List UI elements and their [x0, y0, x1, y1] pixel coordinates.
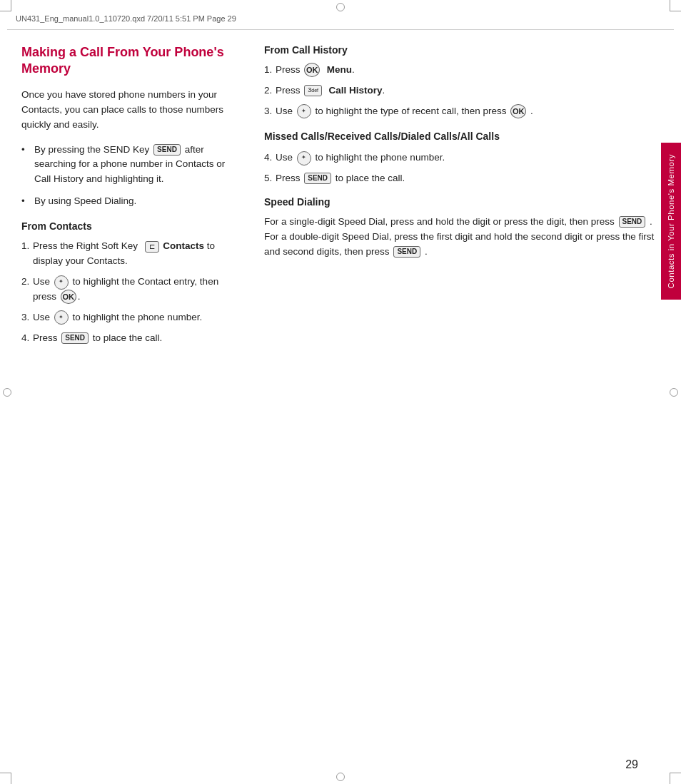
- registration-mark-right: [670, 388, 678, 397]
- bullet-item-send: By pressing the SEND Key SEND after sear…: [21, 143, 228, 188]
- call-history-bold: Call History: [329, 85, 383, 96]
- section-title: Making a Call From Your Phone's Memory: [21, 44, 228, 78]
- from-contacts-title: From Contacts: [21, 220, 228, 232]
- crop-mark-bl: [0, 773, 11, 784]
- missed-calls-bold: Missed Calls/Received Calls/Dialed Calls…: [264, 129, 660, 143]
- header-text: UN431_Eng_manual1.0_110720.qxd 7/20/11 5…: [16, 14, 236, 23]
- bullet-send-text: By pressing the SEND Key SEND after sear…: [34, 144, 225, 185]
- send-key-ch5: SEND: [304, 173, 331, 184]
- chapter-tab: Contacts in Your Phone's Memory: [661, 143, 681, 300]
- ok-key-2: OK: [61, 290, 76, 304]
- ch-step-1: 1. Press OK Menu.: [264, 63, 660, 78]
- call-history-steps-2: 4. Use to highlight the phone number. 5.…: [264, 151, 660, 186]
- left-column: Making a Call From Your Phone's Memory O…: [21, 44, 243, 755]
- ch-step-2: 2. Press 3def Call History.: [264, 83, 660, 98]
- registration-mark-left: [3, 388, 11, 397]
- ok-key-ch3: OK: [510, 104, 526, 118]
- bullet-speed-text: By using Speed Dialing.: [34, 195, 136, 206]
- content-area: Making a Call From Your Phone's Memory O…: [21, 30, 660, 755]
- chapter-tab-label: Contacts in Your Phone's Memory: [667, 154, 675, 288]
- nav-icon-2: [54, 275, 69, 290]
- send-key-4: SEND: [61, 332, 89, 344]
- contacts-steps: 1. Press the Right Soft Key ⊏ Contacts t…: [21, 239, 228, 346]
- contacts-step-3: 3. Use to highlight the phone number.: [21, 310, 228, 325]
- nav-icon-ch4: [297, 151, 311, 166]
- speed-dialing-title: Speed Dialing: [264, 196, 660, 208]
- ch-step-4: 4. Use to highlight the phone number.: [264, 151, 660, 166]
- ok-key-ch1: OK: [304, 63, 320, 77]
- ch-step-3: 3. Use to highlight the type of recent c…: [264, 104, 660, 119]
- call-history-steps: 1. Press OK Menu. 2. Press 3def Call His…: [264, 63, 660, 119]
- bullet-list: By pressing the SEND Key SEND after sear…: [21, 143, 228, 210]
- crop-mark-br: [670, 773, 681, 784]
- right-column: From Call History 1. Press OK Menu. 2. P…: [264, 44, 660, 755]
- main-columns: Making a Call From Your Phone's Memory O…: [21, 44, 660, 755]
- send-key-sd1: SEND: [619, 216, 646, 228]
- send-key-inline: SEND: [153, 144, 181, 156]
- nav-icon-3: [54, 310, 69, 325]
- send-key-sd2: SEND: [393, 246, 420, 258]
- page-header: UN431_Eng_manual1.0_110720.qxd 7/20/11 5…: [7, 7, 674, 30]
- intro-text: Once you have stored phone numbers in yo…: [21, 88, 228, 133]
- bullet-item-speed: By using Speed Dialing.: [21, 194, 228, 209]
- menu-bold: Menu: [327, 64, 352, 75]
- three-def-key: 3def: [304, 85, 322, 96]
- right-soft-key-icon: ⊏: [145, 241, 159, 253]
- nav-icon-ch3: [297, 104, 311, 118]
- contacts-step-4: 4. Press SEND to place the call.: [21, 331, 228, 346]
- ch-step-5: 5. Press SEND to place the call.: [264, 171, 660, 186]
- from-call-history-title: From Call History: [264, 44, 660, 56]
- contacts-bold: Contacts: [163, 240, 204, 251]
- contacts-step-1: 1. Press the Right Soft Key ⊏ Contacts t…: [21, 239, 228, 269]
- registration-mark-bottom: [336, 773, 345, 781]
- speed-dialing-text: For a single-digit Speed Dial, press and…: [264, 215, 660, 260]
- page-number: 29: [625, 758, 638, 771]
- contacts-step-2: 2. Use to highlight the Contact entry, t…: [21, 275, 228, 305]
